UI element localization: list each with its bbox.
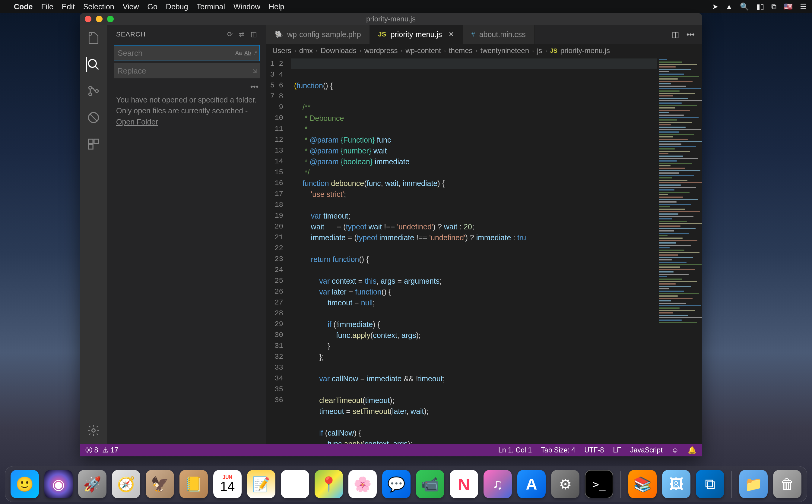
dock-preview[interactable]: 🖼 <box>662 470 690 498</box>
notifications-icon[interactable]: 🔔 <box>688 446 697 454</box>
status-cursor-icon[interactable]: ➤ <box>712 2 718 11</box>
vscode-window: priority-menu.js <box>80 13 702 456</box>
refresh-icon[interactable]: ⟳ <box>227 30 233 38</box>
menu-window[interactable]: Window <box>233 2 260 11</box>
errors-count[interactable]: ⓧ 8 <box>85 446 98 455</box>
svg-point-4 <box>95 90 98 92</box>
line-number-gutter: 1 2 3 4 5 6 7 8 9 10 11 12 13 14 15 16 1… <box>266 57 291 444</box>
code-editor[interactable]: (function() { /** * Debounce * * @param … <box>291 57 657 444</box>
svg-line-1 <box>95 66 99 70</box>
dock-news[interactable]: N <box>450 470 478 498</box>
svg-point-3 <box>89 93 91 96</box>
dock-safari[interactable]: 🧭 <box>112 470 140 498</box>
menu-view[interactable]: View <box>123 2 139 11</box>
dock-vscode[interactable]: ⧉ <box>696 470 724 498</box>
php-file-icon: 🐘 <box>275 30 283 38</box>
svg-point-2 <box>89 86 91 89</box>
use-regex-icon[interactable]: .* <box>253 50 257 56</box>
js-file-icon: JS <box>550 47 557 54</box>
dock-appstore[interactable]: A <box>517 470 546 498</box>
debug-icon[interactable] <box>86 110 101 125</box>
search-sidebar: SEARCH ⟳ ⇄ ◫ Aa Ab .* ⇲ ••• <box>107 25 266 444</box>
dock-maps[interactable]: 📍 <box>314 470 343 498</box>
tab-size[interactable]: Tab Size: 4 <box>541 446 575 454</box>
dock-itunes[interactable]: ♫ <box>484 470 512 498</box>
dock-facetime[interactable]: 📹 <box>416 470 444 498</box>
dock-notes[interactable]: 📝 <box>247 470 275 498</box>
cursor-position[interactable]: Ln 1, Col 1 <box>498 446 532 454</box>
dock-contacts[interactable]: 📒 <box>179 470 208 498</box>
dock-messages[interactable]: 💬 <box>382 470 411 498</box>
dock-trash[interactable]: 🗑 <box>773 470 801 498</box>
eol[interactable]: LF <box>613 446 621 454</box>
dock-terminal[interactable]: >_ <box>585 470 613 498</box>
match-case-icon[interactable]: Aa <box>235 50 242 56</box>
explorer-icon[interactable] <box>86 31 101 45</box>
tab-bar: 🐘 wp-config-sample.php JS priority-menu.… <box>266 25 702 44</box>
svg-rect-8 <box>94 139 99 144</box>
dock-downloads[interactable]: 📁 <box>739 470 768 498</box>
js-file-icon: JS <box>378 30 386 38</box>
svg-line-6 <box>90 114 97 121</box>
extensions-icon[interactable] <box>86 137 101 151</box>
settings-gear-icon[interactable] <box>86 423 101 438</box>
replace-input[interactable] <box>114 63 260 78</box>
toggle-search-details-icon[interactable]: ••• <box>107 82 266 91</box>
sidebar-title: SEARCH <box>116 30 227 38</box>
new-search-editor-icon[interactable]: ◫ <box>251 30 257 38</box>
replace-input-wrapper: ⇲ <box>114 63 260 78</box>
mac-menubar: Code File Edit Selection View Go Debug T… <box>0 0 812 13</box>
clear-search-icon[interactable]: ⇄ <box>239 30 245 38</box>
window-title: priority-menu.js <box>80 15 702 23</box>
minimap[interactable] <box>657 57 702 444</box>
css-file-icon: # <box>471 30 475 38</box>
titlebar: priority-menu.js <box>80 13 702 25</box>
menu-file[interactable]: File <box>41 2 53 11</box>
svg-rect-9 <box>89 145 93 149</box>
menu-terminal[interactable]: Terminal <box>197 2 225 11</box>
split-editor-icon[interactable]: ◫ <box>672 30 679 39</box>
status-notification-icon[interactable]: ▲ <box>725 2 733 11</box>
dock-finder[interactable]: 🙂 <box>11 470 39 498</box>
dock-reminders[interactable]: ☰ <box>281 470 309 498</box>
menu-selection[interactable]: Selection <box>83 2 114 11</box>
replace-all-icon[interactable]: ⇲ <box>253 68 257 74</box>
dock-photos[interactable]: 🌸 <box>348 470 377 498</box>
more-actions-icon[interactable]: ••• <box>687 30 695 39</box>
search-icon[interactable] <box>86 57 100 72</box>
svg-point-0 <box>89 60 96 68</box>
source-control-icon[interactable] <box>86 84 101 98</box>
dock-books[interactable]: 📚 <box>628 470 657 498</box>
open-folder-link[interactable]: Open Folder <box>116 118 158 126</box>
feedback-icon[interactable]: ☺ <box>672 446 679 454</box>
dock-mail[interactable]: 🦅 <box>146 470 174 498</box>
menubar-app-name[interactable]: Code <box>14 2 33 11</box>
dock-siri[interactable]: ◉ <box>44 470 73 498</box>
tab-priority-menu[interactable]: JS priority-menu.js ✕ <box>370 25 463 44</box>
tab-about-css[interactable]: # about.min.css <box>463 25 535 44</box>
activity-bar <box>80 25 107 444</box>
battery-icon[interactable]: ▮▯ <box>756 2 764 11</box>
language-mode[interactable]: JavaScript <box>630 446 662 454</box>
menu-edit[interactable]: Edit <box>62 2 75 11</box>
svg-rect-7 <box>89 139 93 144</box>
menu-help[interactable]: Help <box>269 2 284 11</box>
encoding[interactable]: UTF-8 <box>584 446 604 454</box>
menu-go[interactable]: Go <box>147 2 157 11</box>
match-whole-word-icon[interactable]: Ab <box>244 50 251 56</box>
dock-preferences[interactable]: ⚙ <box>551 470 580 498</box>
editor-area: 🐘 wp-config-sample.php JS priority-menu.… <box>266 25 702 444</box>
spotlight-icon[interactable]: 🔍 <box>740 2 749 11</box>
menu-debug[interactable]: Debug <box>166 2 188 11</box>
close-tab-icon[interactable]: ✕ <box>449 30 454 38</box>
flag-icon[interactable]: 🇺🇸 <box>784 2 793 11</box>
tab-wp-config[interactable]: 🐘 wp-config-sample.php <box>266 25 370 44</box>
dock: 🙂◉🚀🧭🦅📒JUN14📝☰📍🌸💬📹N♫A⚙>_📚🖼⧉📁🗑 <box>5 466 807 502</box>
control-center-icon[interactable]: ☰ <box>800 2 807 11</box>
dock-calendar[interactable]: JUN14 <box>213 470 242 498</box>
dock-launchpad[interactable]: 🚀 <box>78 470 106 498</box>
warnings-count[interactable]: ⚠ 17 <box>102 446 118 454</box>
search-input-wrapper: Aa Ab .* <box>114 45 260 61</box>
display-icon[interactable]: ⧉ <box>771 2 776 11</box>
breadcrumbs[interactable]: Users› dmx› Downloads› wordpress› wp-con… <box>266 44 702 57</box>
